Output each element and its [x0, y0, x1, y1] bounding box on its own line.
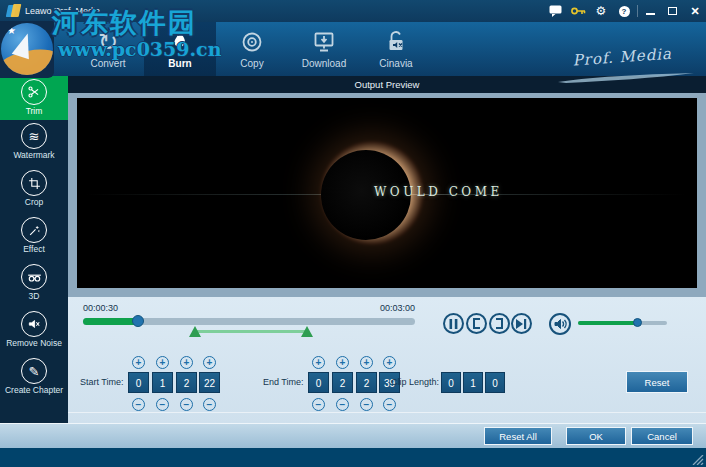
start-f-plus-button[interactable]: +	[203, 356, 216, 369]
start-time-field-f[interactable]: 22	[199, 372, 220, 393]
volume-slider[interactable]	[578, 321, 667, 325]
start-time-field-s[interactable]: 2	[176, 372, 197, 393]
key-icon[interactable]	[570, 4, 586, 18]
start-time-field-h[interactable]: 0	[128, 372, 149, 393]
end-s-plus-button[interactable]: +	[360, 356, 373, 369]
resize-grip[interactable]	[692, 455, 704, 465]
end-time-label: End Time:	[263, 377, 304, 387]
elapsed-time: 00:00:30	[83, 303, 118, 313]
start-m-minus-button[interactable]: −	[156, 398, 169, 411]
next-frame-button[interactable]	[511, 313, 532, 334]
end-time-field-s[interactable]: 2	[356, 372, 377, 393]
settings-gear-icon[interactable]: ⚙	[593, 4, 609, 18]
help-icon[interactable]: ?	[616, 4, 632, 18]
end-h-plus-button[interactable]: +	[312, 356, 325, 369]
waves-icon: ≋	[21, 123, 47, 149]
trim-range-line	[195, 330, 308, 333]
cinavia-lock-icon	[360, 27, 432, 57]
sidebar-item-crop[interactable]: Crop	[0, 167, 68, 212]
set-end-bracket-button[interactable]	[489, 313, 510, 334]
nav-tab-burn[interactable]: Burn	[144, 22, 216, 76]
panel-bottom-highlight	[68, 412, 706, 413]
start-s-minus-button[interactable]: −	[180, 398, 193, 411]
end-m-minus-button[interactable]: −	[336, 398, 349, 411]
convert-icon: ↻	[72, 27, 144, 57]
brand-swoosh	[556, 72, 696, 84]
burn-flame-icon	[144, 27, 216, 57]
set-start-bracket-button[interactable]	[466, 313, 487, 334]
trim-start-marker[interactable]	[189, 326, 201, 337]
titlebar-separator	[637, 5, 638, 17]
start-time-label: Start Time:	[80, 377, 124, 387]
end-time-field-h[interactable]: 0	[308, 372, 329, 393]
chapter-pencil-icon: ✎	[21, 358, 47, 384]
nav-tab-copy[interactable]: Copy	[216, 22, 288, 76]
minimize-button[interactable]	[642, 4, 658, 18]
scissors-icon	[21, 79, 47, 105]
maximize-button[interactable]	[664, 4, 680, 18]
cancel-button[interactable]: Cancel	[631, 427, 693, 445]
nav-tab-convert[interactable]: ↻ Convert	[72, 22, 144, 76]
volume-button[interactable]	[549, 313, 571, 335]
3d-glasses-icon	[21, 264, 47, 290]
end-time-field-m[interactable]: 2	[332, 372, 353, 393]
volume-fill	[578, 321, 637, 325]
end-f-plus-button[interactable]: +	[383, 356, 396, 369]
home-icon	[0, 27, 72, 57]
title-bar: Leawo Prof. Media ⚙ ? ✕	[0, 0, 706, 22]
total-time: 00:03:00	[365, 303, 415, 313]
feedback-icon[interactable]	[547, 4, 563, 18]
pause-button[interactable]	[443, 313, 464, 334]
sidebar-item-effect[interactable]: Effect	[0, 214, 68, 259]
end-s-minus-button[interactable]: −	[360, 398, 373, 411]
start-f-minus-button[interactable]: −	[203, 398, 216, 411]
nav-tab-home[interactable]: Home	[0, 22, 72, 76]
clip-length-field-s[interactable]: 0	[485, 372, 505, 393]
app-window: Leawo Prof. Media ⚙ ? ✕ Home ↻	[0, 0, 706, 467]
reset-all-button[interactable]: Reset All	[484, 427, 552, 445]
video-caption: WOULD COME	[374, 185, 503, 199]
trim-end-marker[interactable]	[301, 326, 313, 337]
clip-length-label: Clip Length:	[391, 377, 439, 387]
clip-length-field-h[interactable]: 0	[441, 372, 461, 393]
nav-tab-download[interactable]: Download	[288, 22, 360, 76]
end-h-minus-button[interactable]: −	[312, 398, 325, 411]
sidebar-item-remove-noise[interactable]: Remove Noise	[0, 308, 68, 353]
sidebar-item-watermark[interactable]: ≋ Watermark	[0, 120, 68, 165]
magic-wand-icon	[21, 217, 47, 243]
volume-handle[interactable]	[633, 318, 642, 327]
crop-icon	[21, 170, 47, 196]
end-f-minus-button[interactable]: −	[383, 398, 396, 411]
edit-sidebar: Trim ≋ Watermark Crop Effect 3D	[0, 76, 68, 423]
sidebar-item-create-chapter[interactable]: ✎ Create Chapter	[0, 355, 68, 400]
start-h-minus-button[interactable]: −	[132, 398, 145, 411]
mute-speaker-icon	[21, 311, 47, 337]
sidebar-item-3d[interactable]: 3D	[0, 261, 68, 306]
start-s-plus-button[interactable]: +	[180, 356, 193, 369]
download-icon	[288, 27, 360, 57]
video-canvas[interactable]: WOULD COME	[77, 98, 697, 288]
start-m-plus-button[interactable]: +	[156, 356, 169, 369]
reset-button[interactable]: Reset	[626, 371, 688, 393]
app-logo-icon	[7, 4, 21, 18]
status-footer	[0, 448, 706, 467]
seek-handle[interactable]	[132, 315, 144, 327]
app-title: Leawo Prof. Media	[25, 6, 100, 16]
close-button[interactable]: ✕	[687, 4, 703, 18]
sidebar-item-trim[interactable]: Trim	[0, 76, 68, 120]
start-time-field-m[interactable]: 1	[152, 372, 173, 393]
clip-length-field-m[interactable]: 1	[463, 372, 483, 393]
nav-tab-cinavia[interactable]: Cinavia	[360, 22, 432, 76]
end-m-plus-button[interactable]: +	[336, 356, 349, 369]
seek-bar-fill	[83, 318, 138, 325]
ok-button[interactable]: OK	[566, 427, 626, 445]
start-h-plus-button[interactable]: +	[132, 356, 145, 369]
main-nav: Home ↻ Convert Burn Copy Download	[0, 22, 706, 76]
disc-icon	[216, 27, 288, 57]
